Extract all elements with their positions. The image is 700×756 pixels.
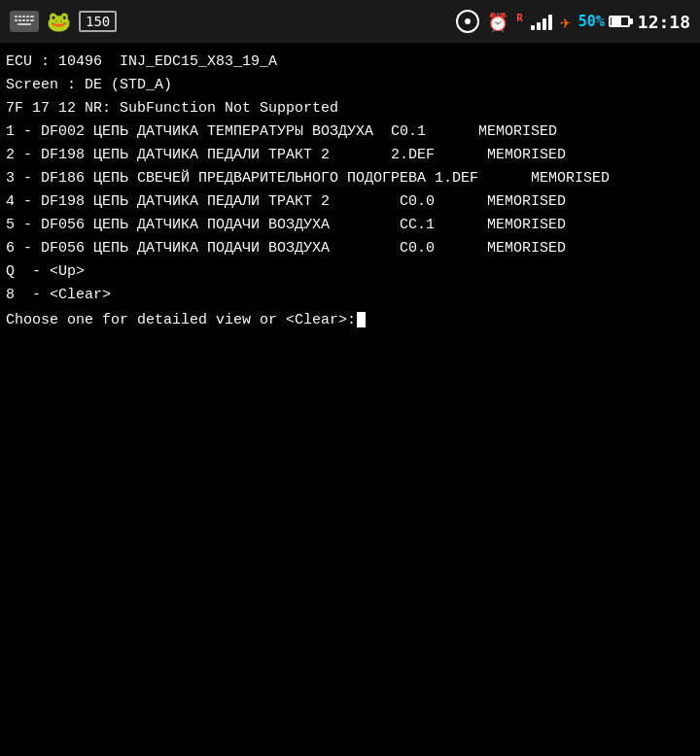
clear-line: 8 - <Clear>: [6, 284, 694, 307]
svg-rect-5: [30, 16, 34, 17]
svg-rect-10: [30, 19, 34, 21]
svg-rect-1: [15, 16, 18, 17]
fault-row: 1 - DF002 ЦЕПЬ ДАТЧИКА ТЕМПЕРАТУРЫ ВОЗДУ…: [6, 120, 694, 144]
screen-line: Screen : DE (STD_A): [6, 74, 694, 97]
frog-icon: 🐸: [47, 10, 71, 33]
fault-row: 3 - DF186 ЦЕПЬ СВЕЧЕЙ ПРЕДВАРИТЕЛЬНОГО П…: [6, 167, 694, 190]
svg-rect-8: [22, 19, 25, 21]
counter-badge: 150: [79, 11, 117, 32]
svg-rect-2: [18, 16, 21, 17]
terminal-content: ECU : 10496 INJ_EDC15_X83_19_A Screen : …: [0, 43, 700, 756]
fault-row: 6 - DF056 ЦЕПЬ ДАТЧИКА ПОДАЧИ ВОЗДУХА C0…: [6, 237, 694, 260]
signal-bars: [531, 13, 552, 30]
fault-row: 2 - DF198 ЦЕПЬ ДАТЧИКА ПЕДАЛИ ТРАКТ 2 2.…: [6, 144, 694, 167]
keyboard-icon: [10, 11, 39, 32]
time-display: 12:18: [638, 12, 690, 32]
svg-rect-3: [22, 16, 25, 17]
battery-container: 50%: [578, 13, 630, 30]
r-badge: R: [516, 12, 523, 24]
svg-rect-11: [18, 23, 31, 25]
fault-row: 4 - DF198 ЦЕПЬ ДАТЧИКА ПЕДАЛИ ТРАКТ 2 C0…: [6, 190, 694, 214]
q-up-line: Q - <Up>: [6, 260, 694, 284]
status-right: ⏰ R ✈ 50% 12:18: [456, 10, 690, 33]
ecu-line: ECU : 10496 INJ_EDC15_X83_19_A: [6, 51, 694, 74]
svg-rect-7: [18, 19, 21, 21]
status-bar: 🐸 150 ⏰ R ✈ 50% 12:18: [0, 0, 700, 43]
svg-rect-9: [26, 19, 29, 21]
airplane-icon: ✈: [560, 12, 571, 32]
svg-rect-6: [15, 19, 18, 21]
svg-rect-4: [26, 16, 29, 17]
fault-list: 1 - DF002 ЦЕПЬ ДАТЧИКА ТЕМПЕРАТУРЫ ВОЗДУ…: [6, 120, 694, 260]
subfunction-line: 7F 17 12 NR: SubFunction Not Supported: [6, 97, 694, 120]
battery-percent: 50%: [578, 13, 605, 30]
prompt-text: Choose one for detailed view or <Clear>:: [6, 312, 356, 328]
battery-icon: [609, 16, 630, 27]
prompt-line[interactable]: Choose one for detailed view or <Clear>:: [6, 309, 694, 332]
fault-row: 5 - DF056 ЦЕПЬ ДАТЧИКА ПОДАЧИ ВОЗДУХА CC…: [6, 214, 694, 237]
status-dot-icon: [456, 10, 479, 33]
status-left: 🐸 150: [10, 10, 117, 33]
alarm-icon: ⏰: [487, 12, 508, 32]
cursor: [357, 312, 366, 327]
